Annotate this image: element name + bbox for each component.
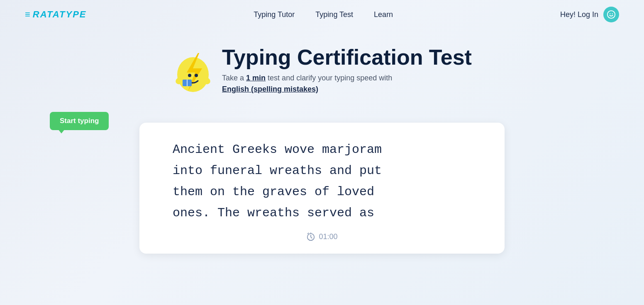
start-typing-button[interactable]: Start typing: [50, 112, 109, 130]
hero-section: Typing Certification Test Take a 1 min t…: [172, 46, 472, 95]
logo-icon: ≡: [25, 9, 30, 20]
timer-row: 01:00: [173, 232, 471, 241]
main-nav: Typing Tutor Typing Test Learn: [254, 10, 393, 19]
main-content: Typing Certification Test Take a 1 min t…: [0, 29, 644, 254]
typing-container[interactable]: Ancient Greeks wove marjoram into funera…: [139, 123, 505, 254]
logo[interactable]: ≡ RATATYPE: [25, 9, 87, 20]
svg-point-5: [188, 74, 191, 77]
svg-point-0: [607, 11, 615, 18]
timer-icon: [306, 232, 315, 241]
page-title: Typing Certification Test: [222, 46, 472, 69]
header-right: Hey! Log In: [560, 7, 619, 22]
timer-display: 01:00: [319, 232, 337, 241]
mascot: [172, 50, 214, 95]
logo-text: RATATYPE: [33, 9, 87, 20]
language-link[interactable]: English (spelling mistakes): [222, 85, 318, 93]
title-area: Typing Certification Test Take a 1 min t…: [222, 46, 472, 95]
subtitle-middle: test and clarify your typing speed with: [266, 74, 392, 82]
smiley-icon: [607, 10, 616, 19]
svg-point-2: [612, 13, 613, 14]
avatar[interactable]: [603, 7, 619, 22]
svg-point-6: [195, 74, 198, 77]
svg-point-1: [610, 13, 610, 14]
content-wrapper: Typing Certification Test Take a 1 min t…: [0, 46, 644, 254]
duration-link[interactable]: 1 min: [246, 74, 266, 82]
start-button-wrapper: Start typing: [50, 112, 109, 130]
subtitle-prefix: Take a: [222, 74, 246, 82]
header: ≡ RATATYPE Typing Tutor Typing Test Lear…: [0, 0, 644, 29]
nav-typing-tutor[interactable]: Typing Tutor: [254, 10, 295, 19]
nav-learn[interactable]: Learn: [374, 10, 393, 19]
typing-text: Ancient Greeks wove marjoram into funera…: [173, 139, 471, 224]
subtitle: Take a 1 min test and clarify your typin…: [222, 73, 472, 95]
nav-typing-test[interactable]: Typing Test: [315, 10, 353, 19]
login-link[interactable]: Hey! Log In: [560, 10, 598, 19]
